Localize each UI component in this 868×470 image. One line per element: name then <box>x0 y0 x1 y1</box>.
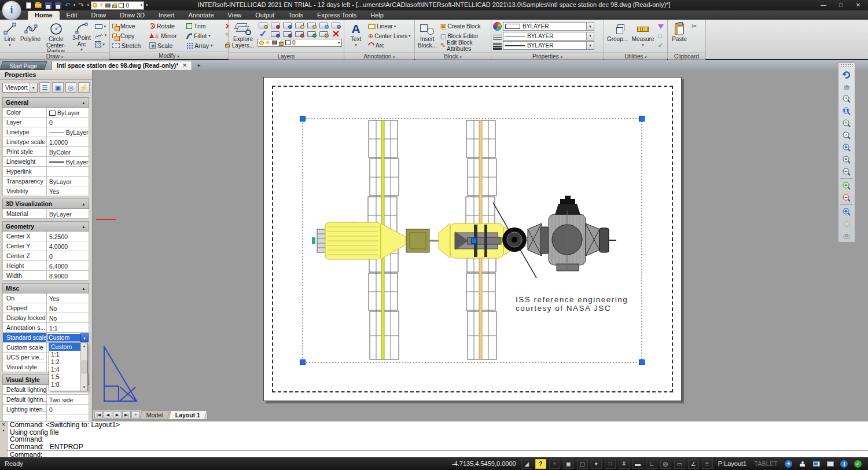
settings-button[interactable]: ✳ <box>783 459 794 469</box>
linetype-icon[interactable] <box>493 35 502 40</box>
scale-option[interactable]: Custom <box>49 343 80 351</box>
scale-option[interactable]: 1:5 <box>49 373 80 381</box>
close-button[interactable]: ✕ <box>849 0 867 10</box>
measure-button[interactable]: Measure▾ <box>630 21 656 51</box>
angle-toggle[interactable]: ∠ <box>688 459 699 469</box>
quick-layer-combo[interactable]: ✳ 0 ▾ <box>91 1 144 10</box>
rectangle-tool-button[interactable]: ▾ <box>94 22 108 31</box>
tab-express-tools[interactable]: Express Tools <box>310 11 363 20</box>
zoom-out-minus-button[interactable] <box>839 192 854 204</box>
group-label-modify[interactable]: Modify ▾ <box>110 52 228 59</box>
tab-model[interactable]: Model <box>139 410 170 419</box>
layer-tool-icon[interactable] <box>271 23 279 28</box>
hatch-button[interactable]: ▾ <box>94 40 108 49</box>
snap-toggle[interactable]: ∷ <box>605 459 616 469</box>
scale-button[interactable]: Scale <box>149 41 186 50</box>
color-wheel-icon[interactable] <box>493 22 502 31</box>
tab-edit[interactable]: Edit <box>60 11 84 20</box>
group-button[interactable]: Group... <box>606 21 629 51</box>
tab-start-page[interactable]: Start Page <box>0 61 47 70</box>
zoom-in-plus-button[interactable] <box>839 179 854 192</box>
tab-help[interactable]: Help <box>363 11 391 20</box>
layer-tool-icon[interactable] <box>307 23 316 28</box>
last-layout-button[interactable]: ▶| <box>122 411 131 418</box>
graphics-status-button[interactable]: ✓ <box>852 459 863 469</box>
zoom-realtime-button[interactable] <box>839 93 854 105</box>
active-layout-indicator[interactable]: P:Layout1 <box>716 460 749 467</box>
quick-select-button[interactable] <box>657 22 665 31</box>
scale-option[interactable]: 1:8 <box>49 381 80 388</box>
toolbar-options-button[interactable]: ▾ <box>146 3 148 8</box>
3d-osnap-toggle[interactable]: ✦ <box>591 459 602 469</box>
redo-dropdown[interactable]: ▾ <box>87 3 90 8</box>
open-file-button[interactable] <box>34 2 42 9</box>
tablet-indicator[interactable]: TABLET <box>752 460 780 467</box>
render-settings-button[interactable] <box>839 230 854 242</box>
paper-sheet[interactable]: ISS reference engineering courtesy of NA… <box>263 77 682 401</box>
layer-tool-icon[interactable] <box>259 23 267 28</box>
lineweight-toggle[interactable]: ▬ <box>632 459 643 469</box>
minimize-button[interactable]: — <box>815 0 832 10</box>
drawing-canvas[interactable]: ISS reference engineering courtesy of NA… <box>93 70 868 421</box>
annotation-monitor-button[interactable] <box>797 459 808 469</box>
scale-option[interactable]: 1:1 <box>49 351 80 358</box>
layer-tool-icon[interactable] <box>332 23 340 28</box>
tab-home[interactable]: Home <box>28 11 60 20</box>
new-tab-button[interactable]: + <box>194 62 203 70</box>
cut-button[interactable]: ✂ <box>690 22 698 31</box>
prev-layout-button[interactable]: ◀ <box>104 411 112 418</box>
redo-button[interactable]: ↷ <box>78 2 86 9</box>
group-label-properties[interactable]: Properties ▾ <box>491 52 604 60</box>
explore-layers-button[interactable]: Explore Layers... <box>230 21 256 51</box>
filter-button[interactable]: ⚡ <box>78 82 90 93</box>
zoom-out-button[interactable] <box>839 166 854 178</box>
group-label-draw[interactable]: Draw ▾ <box>0 52 109 60</box>
lineweight-list-icon[interactable]: ≡ <box>702 459 713 469</box>
tab-annotate[interactable]: Annotate <box>182 11 221 20</box>
move-button[interactable]: Move <box>112 21 149 31</box>
zoom-center-button[interactable] <box>839 153 854 166</box>
group-label-layers[interactable]: Layers <box>229 52 344 60</box>
tab-draw3d[interactable]: Draw 3D <box>113 11 152 20</box>
stretch-button[interactable]: Stretch <box>112 41 149 50</box>
group-label-utilities[interactable]: Utilities ▾ <box>604 52 667 60</box>
group-label-clipboard[interactable]: Clipboard <box>668 52 705 60</box>
circle-button[interactable]: Circle Center-Radius▾ <box>43 21 69 51</box>
lineweight-icon[interactable] <box>493 43 502 50</box>
array-button[interactable]: Array▾ <box>186 41 223 50</box>
create-block-button[interactable]: ▣Create Block <box>439 22 489 31</box>
dropdown-scrollbar[interactable]: ▲ ▼ <box>80 343 87 391</box>
arc-dimension-button[interactable]: Arc <box>367 41 411 50</box>
tab-tools[interactable]: Tools <box>281 11 310 20</box>
next-layout-button[interactable]: ▶ <box>113 411 122 418</box>
text-button[interactable]: A Text▾ <box>346 21 366 51</box>
application-menu-button[interactable]: i <box>2 1 21 20</box>
zoom-window-button[interactable] <box>839 105 854 117</box>
polyline-button[interactable]: Polyline <box>19 21 42 51</box>
isolate-objects-button[interactable] <box>838 459 849 469</box>
section-3d-visualization[interactable]: 3D Visualization▲ <box>2 199 89 209</box>
rotate-button[interactable]: Rotate <box>149 21 186 31</box>
close-command-icon[interactable]: ✕ <box>2 422 6 427</box>
tab-view[interactable]: View <box>221 11 249 20</box>
scale-option[interactable]: 1:4 <box>49 366 80 373</box>
iss-drawing[interactable]: ISS reference engineering courtesy of NA… <box>264 78 682 402</box>
standards-check-button[interactable]: ✓ <box>657 41 665 50</box>
close-tab-icon[interactable]: ✕ <box>182 61 187 70</box>
section-geometry[interactable]: Geometry▲ <box>2 221 89 232</box>
new-file-button[interactable] <box>24 2 32 9</box>
coordinates-display[interactable]: -4.7135,4.5459,0.0000 <box>450 460 518 467</box>
polar-toggle[interactable]: ▢ <box>577 459 588 469</box>
blocks-grid-button[interactable]: ∷ <box>657 32 665 41</box>
ortho-toggle[interactable]: ∟ <box>646 459 657 469</box>
ucs-toggle[interactable]: ◎ <box>660 459 671 469</box>
save-as-button[interactable] <box>54 2 62 9</box>
fillet-button[interactable]: Fillet▾ <box>186 31 223 41</box>
layer-tool-icon[interactable] <box>283 23 292 28</box>
color-combo[interactable]: BYLAYER▾ <box>503 22 594 31</box>
layer-select-combo[interactable]: ✳ 0 ▾ <box>258 39 342 47</box>
esnap-toggle[interactable]: ◢ <box>521 459 532 469</box>
layer-tool-icon[interactable] <box>307 31 316 37</box>
first-layout-button[interactable]: |◀ <box>94 411 103 418</box>
toolbar-grip[interactable] <box>840 64 853 68</box>
